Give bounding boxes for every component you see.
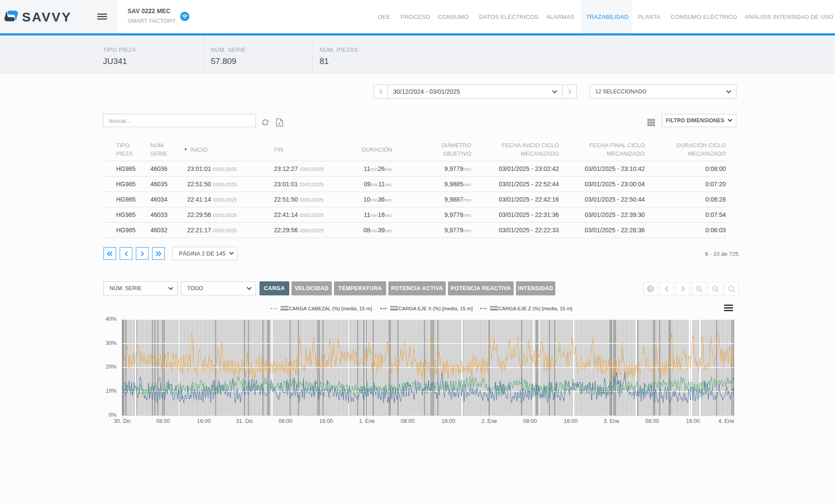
svg-text:x: x <box>278 121 281 126</box>
svg-text:?: ? <box>649 286 652 291</box>
